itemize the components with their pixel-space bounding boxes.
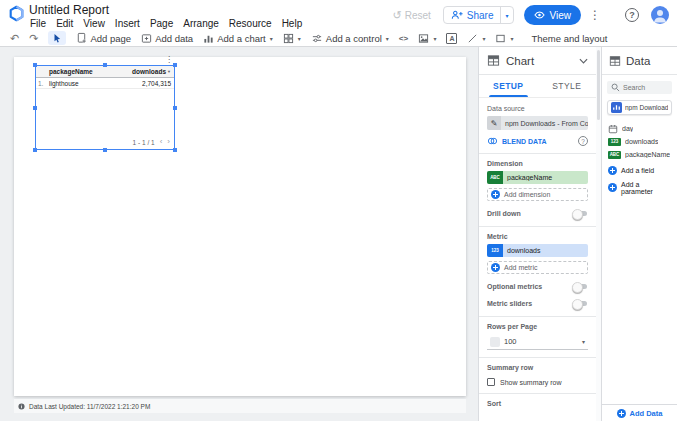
show-summary-row-label: Show summary row xyxy=(500,379,561,386)
add-control-label: Add a control xyxy=(326,33,382,44)
table-chart-type-icon[interactable] xyxy=(487,54,500,67)
table-chart[interactable]: ⋮ packageName downloads ▼ xyxy=(35,65,175,150)
metric-sliders-toggle[interactable] xyxy=(572,299,588,308)
optional-metrics-toggle[interactable] xyxy=(572,282,588,291)
image-button[interactable]: ▾ xyxy=(413,31,441,46)
image-icon xyxy=(418,33,429,44)
edit-pencil-icon[interactable]: ✎ xyxy=(487,116,501,130)
add-a-field-button[interactable]: Add a field xyxy=(602,163,677,178)
dimension-chip[interactable]: ABC packageName xyxy=(487,171,588,184)
embed-url-button[interactable]: <> xyxy=(394,31,414,46)
menu-item-view[interactable]: View xyxy=(78,18,110,29)
divider xyxy=(479,316,596,317)
blend-icon xyxy=(487,137,498,145)
menu-item-file[interactable]: File xyxy=(25,18,51,29)
scrollbar-thumb[interactable] xyxy=(597,50,600,120)
add-dimension-button[interactable]: Add dimension xyxy=(487,188,588,201)
tab-style[interactable]: STYLE xyxy=(538,75,597,97)
divider xyxy=(479,393,596,394)
report-canvas[interactable]: ⋮ packageName downloads ▼ xyxy=(0,47,478,421)
reset-icon: ↺ xyxy=(392,10,401,20)
selection-handle[interactable] xyxy=(33,148,37,152)
share-button[interactable]: Share ▾ xyxy=(443,6,514,24)
undo-icon: ↶ xyxy=(10,32,19,45)
menu-item-insert[interactable]: Insert xyxy=(110,18,145,29)
add-control-button[interactable]: Add a control ▾ xyxy=(306,31,394,46)
data-source-chip[interactable]: ✎ npm Downloads - From Co... xyxy=(487,116,588,130)
dimension-cell: lighthouse xyxy=(49,80,128,87)
metric-sliders-row: Metric sliders xyxy=(487,299,588,308)
selection-handle[interactable] xyxy=(33,106,37,110)
share-dropdown-caret-icon[interactable]: ▾ xyxy=(500,7,512,23)
blend-data-label: BLEND DATA xyxy=(502,138,546,145)
report-page[interactable]: ⋮ packageName downloads ▼ xyxy=(14,57,466,396)
rows-per-page-select[interactable]: 100 ▾ xyxy=(487,334,588,350)
table-column-header-metric[interactable]: downloads ▼ xyxy=(128,68,174,75)
add-a-parameter-label: Add a parameter xyxy=(621,181,671,195)
number-type-badge: 123 xyxy=(608,138,621,146)
more-options-kebab-icon[interactable]: ⋮ xyxy=(589,8,599,22)
plus-icon xyxy=(608,183,617,192)
menu-item-arrange[interactable]: Arrange xyxy=(178,18,224,29)
menu-item-edit[interactable]: Edit xyxy=(51,18,78,29)
data-source-item[interactable]: npm Downloads - F... xyxy=(607,100,672,115)
community-viz-caret-icon: ▾ xyxy=(298,35,301,42)
looker-studio-logo-icon[interactable] xyxy=(8,5,25,22)
blend-data-row: BLEND DATA ? xyxy=(487,136,588,146)
add-a-field-label: Add a field xyxy=(621,167,654,174)
table-row: 1. lighthouse 2,704,315 xyxy=(36,78,174,89)
show-summary-row-checkbox[interactable] xyxy=(487,378,495,386)
menu-item-help[interactable]: Help xyxy=(277,18,308,29)
line-button[interactable]: ▾ xyxy=(462,31,490,46)
selection-handle[interactable] xyxy=(33,63,37,67)
data-source-icon xyxy=(611,102,622,113)
add-data-button[interactable]: Add data xyxy=(136,31,198,46)
view-button[interactable]: View xyxy=(524,5,582,25)
help-icon[interactable]: ? xyxy=(578,136,588,146)
field-item-downloads[interactable]: 123 downloads xyxy=(602,135,677,148)
redo-button[interactable]: ↷ xyxy=(24,31,43,46)
data-last-updated-status: Data Last Updated: 11/7/2022 1:21:20 PM xyxy=(14,399,466,413)
sort-label: Sort xyxy=(487,400,588,407)
add-page-icon xyxy=(76,32,87,44)
reset-button[interactable]: ↺ Reset xyxy=(392,10,430,21)
add-page-button[interactable]: Add page xyxy=(71,31,136,46)
selection-handle[interactable] xyxy=(173,106,177,110)
chart-options-kebab-icon[interactable]: ⋮ xyxy=(165,55,173,64)
selection-handle[interactable] xyxy=(173,148,177,152)
theme-and-layout-button[interactable]: Theme and layout xyxy=(526,31,612,46)
add-metric-button[interactable]: Add metric xyxy=(487,261,588,274)
undo-button[interactable]: ↶ xyxy=(5,31,24,46)
help-icon[interactable]: ? xyxy=(625,8,639,22)
shape-button[interactable]: ▾ xyxy=(490,31,518,46)
table-column-header-dimension[interactable]: packageName xyxy=(49,68,128,75)
pagination-prev-icon[interactable]: ‹ xyxy=(160,138,163,146)
add-a-parameter-button[interactable]: Add a parameter xyxy=(602,180,677,195)
add-data-label: Add data xyxy=(155,33,193,44)
avatar[interactable] xyxy=(651,6,669,24)
field-item-packagename[interactable]: ABC packageName xyxy=(602,148,677,161)
menu-item-resource[interactable]: Resource xyxy=(224,18,277,29)
app-header: Untitled Report File Edit View Insert Pa… xyxy=(0,0,677,30)
report-title[interactable]: Untitled Report xyxy=(29,3,109,17)
pagination-next-icon[interactable]: › xyxy=(167,138,170,146)
metric-chip[interactable]: 123 downloads xyxy=(487,244,588,257)
collapse-chevron-down-icon[interactable] xyxy=(579,58,588,64)
field-item-day[interactable]: day xyxy=(602,122,677,135)
add-data-button[interactable]: Add Data xyxy=(602,404,677,421)
blend-data-button[interactable]: BLEND DATA xyxy=(487,137,546,145)
add-chart-button[interactable]: Add a chart ▾ xyxy=(198,31,278,46)
selection-handle[interactable] xyxy=(103,63,107,67)
eye-icon xyxy=(534,11,545,19)
select-tool-button[interactable] xyxy=(48,31,66,45)
menu-item-page[interactable]: Page xyxy=(145,18,178,29)
drill-down-toggle[interactable] xyxy=(572,209,588,218)
text-button[interactable]: A xyxy=(441,31,462,46)
community-visualizations-button[interactable]: ▾ xyxy=(278,31,306,46)
selection-handle[interactable] xyxy=(103,148,107,152)
tab-setup[interactable]: SETUP xyxy=(479,75,538,97)
field-name: day xyxy=(622,125,633,132)
search-box[interactable] xyxy=(607,81,672,94)
search-input[interactable] xyxy=(623,84,668,91)
selection-handle[interactable] xyxy=(173,63,177,67)
